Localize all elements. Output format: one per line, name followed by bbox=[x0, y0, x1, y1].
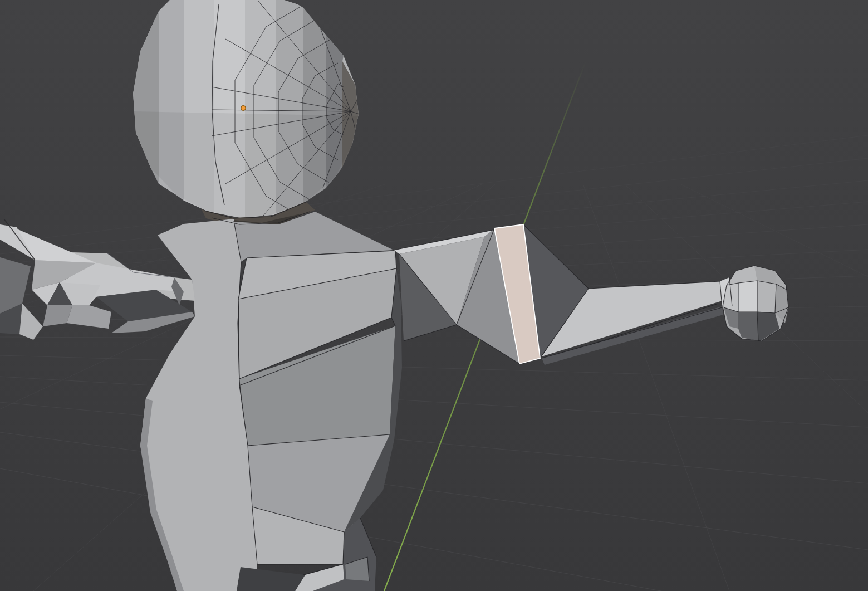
object-origin-dot bbox=[241, 106, 246, 110]
viewport-3d[interactable] bbox=[0, 0, 868, 591]
hand-ball-facet[interactable] bbox=[757, 281, 776, 313]
viewport-stage bbox=[0, 0, 868, 591]
hand-ball-facet[interactable] bbox=[738, 312, 758, 341]
hand-ball-facet[interactable] bbox=[738, 281, 757, 312]
